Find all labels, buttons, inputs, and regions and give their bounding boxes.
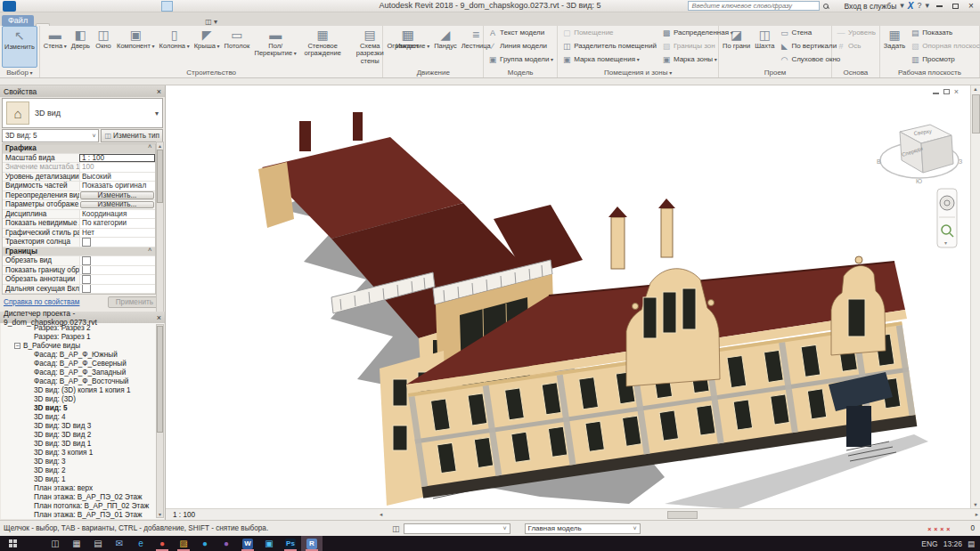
level-button[interactable]: —Уровень [834,26,878,39]
property-value[interactable]: Изменить... [80,191,154,199]
property-row[interactable]: Графический стиль ра... Нет [3,229,155,239]
crop-region-icon[interactable] [271,510,282,520]
chrome-icon[interactable]: ● [151,536,173,551]
property-value[interactable]: Изменить... [80,201,154,209]
property-value[interactable]: Нет [79,229,155,238]
default-3d-view-icon[interactable] [133,1,144,12]
aligned-dimension-icon[interactable] [104,1,116,12]
area-boundary-button[interactable]: ▨Границы зон [659,39,735,53]
property-row[interactable]: Траектория солнца [3,238,155,247]
customize-qat-icon[interactable] [204,1,216,12]
property-value[interactable]: Высокий [79,173,155,182]
column-button[interactable]: ▯Колонна [158,26,192,68]
room-separator-button[interactable]: ◫Разделитель помещений [559,39,658,53]
vertical-scrollbar[interactable]: ▴▾ [970,85,980,508]
visual-style-icon[interactable] [213,510,224,520]
browser-scrollbar[interactable]: ▾ [156,324,164,518]
drawing-area[interactable]: В Ю З Сверху Спереди ▾ [166,85,980,520]
property-row[interactable]: Графика [3,144,155,154]
apply-button[interactable]: Применить [108,296,161,308]
help-icon[interactable]: ? [917,2,921,10]
property-row[interactable]: Обрезать вид [3,256,155,266]
floor-button[interactable]: ▬Пол/Перекрытие [252,26,298,68]
grid-button[interactable]: #Ось [834,39,878,53]
scale-control[interactable]: 1 : 100 [169,511,199,519]
room-button[interactable]: ▢Помещение [559,26,658,39]
property-value[interactable] [79,285,155,294]
railing-button[interactable]: ▤Ограждение [385,26,431,68]
model-line-button[interactable]: ∕Линия модели [486,39,555,53]
help-dropdown-icon[interactable]: ▾ [925,2,929,10]
tree-item[interactable]: − План потолка: В_АР_ПП_02 Этаж [1,501,164,510]
room-tag-button[interactable]: ▣Марка помещения [559,53,658,66]
view-window-restore-icon[interactable] [943,87,950,96]
property-value[interactable]: Координация [79,210,155,219]
property-value[interactable] [79,256,155,265]
group-label[interactable]: Выбор [2,68,37,77]
signin-dropdown-icon[interactable]: ▾ [900,2,904,10]
reveal-constraints-icon[interactable] [352,510,363,520]
restore-icon[interactable] [949,1,961,11]
taskbar-search-icon[interactable] [23,536,45,551]
save-icon[interactable] [33,1,45,12]
close-properties-icon[interactable]: × [157,87,161,96]
close-hidden-windows-icon[interactable] [176,1,187,12]
close-icon[interactable]: × [965,1,977,11]
switch-windows-icon[interactable] [190,1,201,12]
close-browser-icon[interactable]: × [157,313,161,322]
analytical-model-icon[interactable] [329,510,339,520]
curtain-wall-button[interactable]: ▦Стеновое ограждение [299,26,346,68]
start-button[interactable] [2,536,23,551]
roof-button[interactable]: ◤Крыша [192,26,222,68]
tree-item[interactable]: − Фасад: В_АР_Ф_Северный [1,359,164,368]
edge-icon[interactable]: e [130,536,151,551]
calendar-icon[interactable]: ▤ [87,536,109,551]
tree-item[interactable]: − 3D вид: 3D вид 3 [1,421,164,430]
photos-icon[interactable]: ▣ [258,536,280,551]
property-row[interactable]: Обрезать аннотации [3,275,155,285]
viewer-button[interactable]: ▥Просмотр [908,53,980,66]
photoshop-icon[interactable]: Ps [280,536,301,551]
worksets-icon[interactable]: ◫ [392,524,400,533]
language-indicator[interactable]: ENG [921,539,937,548]
set-work-plane-button[interactable]: ▦Задать [882,26,907,68]
tree-item[interactable]: − Фасад: В_АР_Ф_Восточный [1,377,164,385]
tree-item[interactable]: − План этажа: В_АР_ПЭ_01 Этаж [1,510,164,519]
detail-level-icon[interactable] [201,510,212,520]
property-row[interactable]: Переопределения вид... Изменить... [3,191,155,201]
displacement-sets-icon[interactable] [340,510,351,520]
property-value[interactable]: 1 : 100 [79,154,155,163]
tree-item[interactable]: − В_Рабочие виды [1,341,164,350]
property-value[interactable]: Показать оригинал [79,182,155,190]
show-work-plane-button[interactable]: ▤Показать [908,26,980,39]
task-view-icon[interactable]: ◫ [45,536,66,551]
ref-plane-button[interactable]: ▧Опорная плоскость [908,39,980,53]
ceiling-button[interactable]: ▭Потолок [223,26,252,68]
sun-path-icon[interactable] [225,510,235,520]
tree-item[interactable]: − Фасад: В_АР_Ф_Западный [1,368,164,377]
property-value[interactable] [79,266,155,275]
model-group-button[interactable]: ▣Группа модели [486,53,555,66]
explorer-icon[interactable]: ▨ [173,536,194,551]
viber-icon[interactable]: ● [216,536,237,551]
reveal-hidden-elements-icon[interactable] [306,510,316,520]
active-workset-select[interactable]: ˅ [404,523,510,534]
temporary-hide-isolate-icon[interactable] [294,510,305,520]
wall-button[interactable]: ▬Стена [42,26,69,68]
component-button[interactable]: ▣Компонент [115,26,157,68]
view-window-minimize-icon[interactable] [933,87,939,96]
property-row[interactable]: Показать невидимые л... По категории [3,219,155,229]
window-button[interactable]: ◫Окно [93,26,114,68]
property-row[interactable]: Дальняя секущая Вкл [3,285,155,295]
crop-view-icon[interactable] [259,510,270,520]
thin-lines-icon[interactable] [161,1,173,12]
infocenter-search-icon[interactable] [823,4,829,9]
telegram-icon[interactable]: ● [194,536,216,551]
text-icon[interactable] [118,1,130,12]
notification-center-icon[interactable]: ▤ [968,539,975,548]
tree-item[interactable]: − План этажа: верх [1,483,164,492]
worksharing-display-icon[interactable] [363,510,374,520]
properties-help-link[interactable]: Справка по свойствам [4,298,79,306]
tree-item[interactable]: − 3D вид: 1 [1,474,164,483]
tree-item[interactable]: − 3D вид: 3D вид 2 [1,430,164,439]
